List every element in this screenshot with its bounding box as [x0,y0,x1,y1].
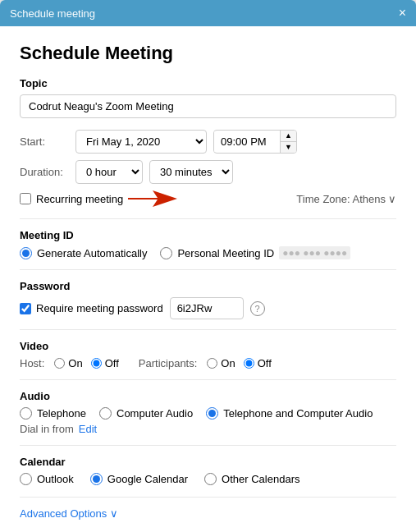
calendar-section-label: Calendar [20,456,396,468]
host-video-group: Host: On Off [20,357,119,369]
other-calendars-radio[interactable] [204,473,217,485]
computer-audio-label: Computer Audio [117,407,193,420]
recurring-row: Recurring meeting Time Zone: Athens ∨ [20,190,396,207]
host-on-radio[interactable] [54,358,65,369]
computer-audio-option[interactable]: Computer Audio [99,407,193,420]
duration-label: Duration: [20,166,69,178]
both-audio-label: Telephone and Computer Audio [223,407,373,420]
participants-off-radio[interactable] [244,358,254,369]
duration-minutes-select[interactable]: 30 minutes 0 minutes 15 minutes 45 minut… [149,160,233,184]
telephone-option[interactable]: Telephone [20,407,86,420]
host-on-off: On Off [54,357,118,369]
host-on-label: On [68,357,82,369]
video-row: Host: On Off Participants: [20,357,396,369]
personal-meeting-option[interactable]: Personal Meeting ID ●●● ●●● ●●●● [160,246,350,259]
timezone-label: Time Zone: Athens [296,193,386,205]
personal-meeting-radio[interactable] [160,247,172,259]
require-password-wrap[interactable]: Require meeting password [20,302,163,314]
titlebar-title: Schedule meeting [10,7,95,20]
start-date-select[interactable]: Fri May 1, 2020 [75,130,207,154]
other-calendars-option[interactable]: Other Calendars [204,473,299,485]
svg-marker-0 [128,190,177,207]
audio-section-label: Audio [20,390,396,402]
participants-video-group: Participants: On Off [139,357,272,369]
outlook-radio[interactable] [20,473,32,485]
both-audio-option[interactable]: Telephone and Computer Audio [206,407,373,420]
recurring-checkbox-wrap[interactable]: Recurring meeting [20,193,123,205]
outlook-label: Outlook [37,473,74,485]
participants-on-option[interactable]: On [207,357,235,369]
other-calendars-label: Other Calendars [222,473,299,485]
require-password-checkbox[interactable] [20,303,31,314]
start-row: Start: Fri May 1, 2020 ▲ ▼ [20,130,396,154]
generate-auto-label: Generate Automatically [37,247,147,259]
password-input[interactable] [170,297,244,319]
host-on-option[interactable]: On [54,357,82,369]
password-help-icon[interactable]: ? [250,301,265,316]
start-time-input[interactable]: ▲ ▼ [213,130,297,154]
recurring-checkbox[interactable] [20,193,31,204]
video-label: Video [20,340,396,352]
personal-meeting-number: ●●● ●●● ●●●● [279,246,350,259]
telephone-radio[interactable] [20,407,32,420]
schedule-meeting-window: Schedule meeting × Schedule Meeting Topi… [0,0,416,532]
advanced-options-label: Advanced Options [20,507,107,520]
meeting-id-label: Meeting ID [20,229,396,241]
computer-audio-radio[interactable] [99,407,112,420]
time-text-input[interactable] [214,131,280,152]
dial-row: Dial in from Edit [20,423,396,435]
topic-input[interactable] [20,94,396,118]
close-button[interactable]: × [399,7,406,20]
personal-meeting-label: Personal Meeting ID [177,247,274,259]
participants-off-label: Off [258,357,272,369]
titlebar: Schedule meeting × [0,0,416,26]
duration-hours-select[interactable]: 0 hour 1 hour 2 hours [75,160,143,184]
participants-off-option[interactable]: Off [244,357,272,369]
advanced-options-chevron: ∨ [110,507,118,520]
recurring-label[interactable]: Recurring meeting [36,193,123,205]
recurring-left: Recurring meeting [20,190,177,207]
password-row: Require meeting password ? [20,297,396,319]
advanced-options-row[interactable]: Advanced Options ∨ [20,507,396,520]
both-audio-radio[interactable] [206,407,218,420]
start-label: Start: [20,135,69,148]
google-calendar-radio[interactable] [90,473,103,485]
page-title: Schedule Meeting [20,43,396,64]
time-spinners: ▲ ▼ [280,131,296,153]
time-up-button[interactable]: ▲ [281,131,296,142]
dial-in-label: Dial in from [20,423,74,435]
topic-label: Topic [20,77,396,89]
host-off-option[interactable]: Off [91,357,119,369]
meeting-id-group: Generate Automatically Personal Meeting … [20,246,396,259]
generate-auto-radio[interactable] [20,247,32,259]
outlook-option[interactable]: Outlook [20,473,74,485]
participants-on-radio[interactable] [207,358,217,369]
dialog-content: Schedule Meeting Topic Start: Fri May 1,… [0,26,416,532]
time-down-button[interactable]: ▼ [281,142,296,153]
host-off-label: Off [105,357,119,369]
duration-row: Duration: 0 hour 1 hour 2 hours 30 minut… [20,160,396,184]
timezone-chevron: ∨ [388,193,396,205]
generate-auto-option[interactable]: Generate Automatically [20,247,147,259]
password-label: Password [20,280,396,292]
red-arrow-icon [128,190,177,207]
edit-link[interactable]: Edit [79,423,97,435]
host-label: Host: [20,357,44,369]
participants-on-label: On [221,357,235,369]
google-calendar-label: Google Calendar [107,473,188,485]
host-off-radio[interactable] [91,358,102,369]
calendar-row: Outlook Google Calendar Other Calendars [20,473,396,485]
audio-row: Telephone Computer Audio Telephone and C… [20,407,396,420]
participants-label: Participants: [139,357,198,369]
timezone-selector[interactable]: Time Zone: Athens ∨ [296,193,396,205]
telephone-label: Telephone [37,407,86,420]
require-password-label[interactable]: Require meeting password [36,302,163,314]
google-calendar-option[interactable]: Google Calendar [90,473,188,485]
participants-on-off: On Off [207,357,271,369]
